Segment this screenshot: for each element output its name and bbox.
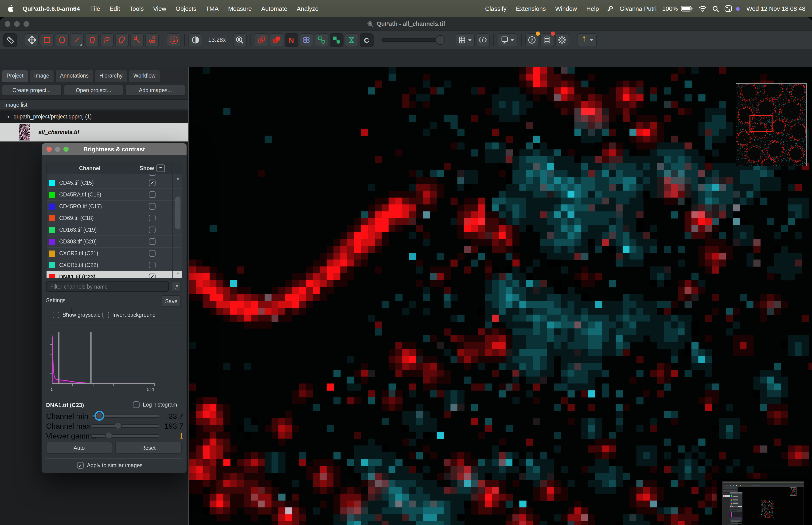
menu-app-name[interactable]: QuPath-0.6.0-arm64 [17, 5, 86, 12]
menu-file[interactable]: File [86, 5, 105, 12]
overview-map[interactable] [736, 83, 807, 166]
brightness-contrast-button[interactable] [188, 33, 202, 47]
password-manager-icon[interactable] [603, 5, 617, 13]
image-list-item-selected[interactable]: all_channels.tif [0, 123, 188, 141]
brush-tool-button[interactable] [115, 33, 129, 47]
channel-row[interactable]: CD163.tif (C19) [47, 224, 182, 236]
control-center-icon[interactable] [722, 5, 743, 12]
viewer-gamma-slider[interactable] [92, 434, 159, 438]
log-viewer-button[interactable] [540, 33, 554, 47]
points-tool-button[interactable] [145, 33, 159, 47]
zoom-to-fit-button[interactable] [233, 33, 246, 47]
opacity-slider-knob[interactable] [435, 35, 445, 45]
channel-visible-checkbox[interactable] [149, 203, 155, 210]
channel-max-thumb[interactable] [114, 422, 122, 429]
show-annotations-button[interactable] [255, 33, 268, 47]
show-grayscale-control[interactable]: Show grayscale [52, 312, 101, 318]
fill-detections-button[interactable] [315, 33, 328, 47]
script-editor-button[interactable] [476, 33, 489, 47]
channel-visible-checkbox[interactable]: ✓ [149, 180, 155, 186]
invert-background-control[interactable]: Invert background [103, 312, 155, 318]
tree-disclosure-icon[interactable]: ▼ [6, 115, 10, 119]
create-project-button[interactable]: Create project... [2, 85, 61, 96]
channel-min-thumb[interactable] [96, 412, 103, 419]
image-viewer[interactable]: 10 px [189, 67, 812, 525]
show-grayscale-checkbox[interactable] [52, 312, 59, 318]
menu-analyze[interactable]: Analyze [292, 5, 323, 12]
menubar-user-name[interactable]: Givanna Putri [617, 5, 659, 12]
channel-row[interactable]: CD45RA.tif (C16) [47, 189, 182, 201]
overview-viewport-rectangle[interactable] [750, 115, 772, 132]
spotlight-search-icon[interactable] [710, 5, 722, 12]
channel-visible-checkbox[interactable] [149, 250, 155, 257]
filter-channels-input[interactable] [46, 281, 169, 292]
fill-annotations-button[interactable] [270, 33, 283, 47]
menubar-clock[interactable]: Wed 12 Nov 18 08 48 [743, 5, 809, 12]
menu-classify[interactable]: Classify [480, 5, 511, 12]
tab-workflow[interactable]: Workflow [128, 70, 160, 82]
tab-hierarchy[interactable]: Hierarchy [95, 70, 127, 82]
auto-button[interactable]: Auto [46, 442, 112, 453]
channel-max-slider[interactable] [92, 424, 159, 428]
channel-color-swatch[interactable] [49, 203, 55, 209]
scrollbar-thumb[interactable] [175, 196, 181, 229]
tab-annotations[interactable]: Annotations [56, 70, 93, 82]
show-column-minus-button[interactable]: − [156, 164, 165, 172]
menu-edit[interactable]: Edit [105, 5, 125, 12]
channel-row[interactable]: CD45RO.tif (C17) [47, 201, 182, 212]
channel-column-header[interactable]: Channel [47, 162, 133, 174]
wifi-icon[interactable] [696, 6, 710, 12]
show-pixel-classification-button[interactable]: C [360, 33, 373, 47]
ellipse-tool-button[interactable] [55, 33, 68, 47]
log-histogram-control[interactable]: Log histogram [133, 401, 177, 408]
channel-row[interactable]: DNA1.tif (C23)✓ [47, 271, 182, 278]
help-button[interactable]: ? [525, 33, 539, 47]
menu-window[interactable]: Window [551, 5, 582, 12]
channel-color-swatch[interactable] [49, 227, 55, 233]
selection-mode-button[interactable]: S [167, 33, 181, 47]
project-tree-root[interactable]: ▼ qupath_project/project.qpproj (1) [0, 110, 188, 123]
menu-help[interactable]: Help [582, 5, 603, 12]
menu-tma[interactable]: TMA [201, 5, 224, 12]
menu-objects[interactable]: Objects [171, 5, 201, 12]
invert-background-checkbox[interactable] [103, 312, 109, 318]
channel-color-swatch[interactable] [49, 262, 55, 268]
viewer-canvas[interactable] [189, 67, 812, 525]
viewer-gamma-thumb[interactable] [105, 432, 112, 439]
channel-min-slider[interactable] [92, 415, 159, 418]
polygon-tool-button[interactable] [85, 33, 99, 47]
show-object-connections-button[interactable] [330, 33, 343, 47]
menu-tools[interactable]: Tools [125, 5, 149, 12]
wand-tool-button[interactable] [130, 33, 144, 47]
channel-visible-checkbox[interactable] [149, 174, 155, 176]
channel-row[interactable]: CD303.tif (C20) [47, 236, 182, 248]
open-project-button[interactable]: Open project... [64, 85, 123, 96]
channel-visible-checkbox[interactable] [149, 191, 155, 198]
preferences-button[interactable] [555, 33, 569, 47]
channel-color-swatch[interactable] [49, 192, 55, 198]
apply-similar-control[interactable]: ✓ Apply to similar images [77, 462, 142, 469]
apple-menu-icon[interactable] [3, 5, 17, 13]
scrollbar-down-icon[interactable]: ▼ [176, 271, 180, 276]
pin-tool-button[interactable] [577, 33, 597, 47]
channel-table-scrollbar[interactable]: ▲ ▼ [172, 174, 182, 278]
measurement-table-button[interactable] [456, 33, 474, 47]
channel-color-swatch[interactable] [49, 274, 55, 278]
channel-color-swatch[interactable] [49, 239, 55, 245]
channel-row[interactable]: CXCR3.tif (C21) [47, 248, 182, 259]
channel-visible-checkbox[interactable] [149, 215, 155, 221]
zoom-level-display[interactable]: 13.28x [208, 37, 226, 43]
show-detections-button[interactable] [300, 33, 313, 47]
window-titlebar[interactable]: QuPath - all_channels.tif [0, 17, 812, 31]
channel-visible-checkbox[interactable] [149, 262, 155, 268]
line-tool-button[interactable] [70, 33, 83, 47]
polyline-tool-button[interactable] [100, 33, 114, 47]
rectangle-tool-button[interactable] [40, 33, 53, 47]
tab-image[interactable]: Image [30, 70, 54, 82]
log-histogram-checkbox[interactable] [133, 401, 140, 408]
channel-color-swatch[interactable] [49, 180, 55, 186]
channel-color-swatch[interactable] [49, 250, 55, 256]
menu-automate[interactable]: Automate [257, 5, 292, 12]
menu-extensions[interactable]: Extensions [511, 5, 551, 12]
channel-row[interactable]: CD69.tif (C18) [47, 212, 182, 224]
